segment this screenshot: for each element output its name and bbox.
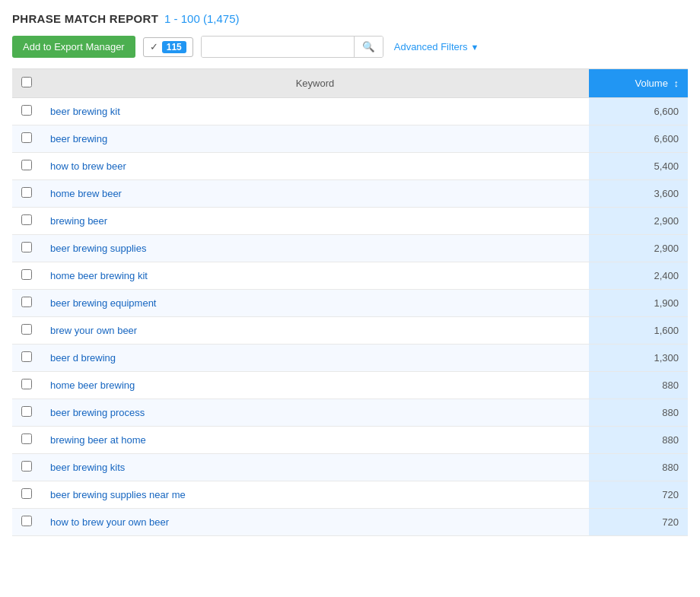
row-checkbox[interactable]	[21, 406, 32, 417]
row-volume: 880	[589, 372, 688, 399]
row-volume: 1,300	[589, 345, 688, 372]
table-row: brewing beer at home880	[12, 427, 688, 454]
table-row: beer brewing kits880	[12, 454, 688, 481]
row-keyword: brewing beer	[41, 208, 589, 235]
row-checkbox[interactable]	[21, 488, 32, 499]
page-header: PHRASE MATCH REPORT 1 - 100 (1,475)	[12, 12, 688, 25]
row-checkbox[interactable]	[21, 242, 32, 252]
keyword-link[interactable]: how to brew your own beer	[50, 516, 169, 528]
row-checkbox[interactable]	[21, 516, 32, 526]
row-volume: 1,900	[589, 290, 688, 317]
table-row: beer brewing supplies near me720	[12, 481, 688, 509]
keyword-link[interactable]: beer brewing kit	[50, 106, 120, 117]
row-keyword: brew your own beer	[41, 317, 589, 345]
row-volume: 1,600	[589, 317, 688, 345]
header-keyword: Keyword	[41, 69, 589, 98]
row-checkbox[interactable]	[21, 214, 32, 225]
row-checkbox-cell	[12, 153, 41, 180]
keyword-link[interactable]: brew your own beer	[50, 325, 137, 336]
row-volume: 2,400	[589, 262, 688, 290]
search-input[interactable]	[202, 37, 354, 57]
row-keyword: how to brew beer	[41, 153, 589, 180]
page-range: 1 - 100 (1,475)	[164, 12, 239, 25]
row-keyword: beer brewing equipment	[41, 290, 589, 317]
toolbar: Add to Export Manager ✓ 115 🔍 Advanced F…	[12, 36, 688, 58]
row-volume: 720	[589, 509, 688, 536]
badge-container[interactable]: ✓ 115	[143, 37, 193, 57]
keyword-link[interactable]: home beer brewing kit	[50, 270, 148, 281]
keyword-link[interactable]: how to brew beer	[50, 160, 126, 172]
row-volume: 6,600	[589, 125, 688, 153]
row-checkbox[interactable]	[21, 187, 32, 198]
table-header-row: Keyword Volume ↕	[12, 69, 688, 98]
row-checkbox[interactable]	[21, 297, 32, 307]
search-button[interactable]: 🔍	[354, 37, 383, 57]
badge-count: 115	[162, 41, 186, 53]
row-checkbox[interactable]	[21, 433, 32, 444]
row-checkbox[interactable]	[21, 351, 32, 362]
advanced-filters[interactable]: Advanced Filters ▼	[394, 41, 479, 52]
keyword-link[interactable]: beer brewing supplies	[50, 243, 146, 254]
row-checkbox-cell	[12, 235, 41, 262]
keyword-link[interactable]: beer d brewing	[50, 352, 116, 364]
keyword-link[interactable]: beer brewing kits	[50, 462, 125, 473]
row-checkbox[interactable]	[21, 132, 32, 143]
check-icon: ✓	[150, 41, 158, 52]
results-table: Keyword Volume ↕ beer brewing kit6,600be…	[12, 68, 688, 536]
row-checkbox[interactable]	[21, 160, 32, 170]
row-keyword: home brew beer	[41, 180, 589, 208]
table-row: brewing beer2,900	[12, 208, 688, 235]
table-row: home beer brewing kit2,400	[12, 262, 688, 290]
keyword-link[interactable]: beer brewing process	[50, 407, 145, 418]
keyword-link[interactable]: beer brewing supplies near me	[50, 489, 186, 500]
table-row: how to brew your own beer720	[12, 509, 688, 536]
keyword-link[interactable]: beer brewing	[50, 133, 107, 144]
row-volume: 880	[589, 454, 688, 481]
row-checkbox-cell	[12, 317, 41, 345]
advanced-filters-label: Advanced Filters	[394, 41, 468, 52]
row-volume: 880	[589, 399, 688, 427]
table-row: beer d brewing1,300	[12, 345, 688, 372]
row-checkbox-cell	[12, 427, 41, 454]
chevron-down-icon: ▼	[471, 43, 479, 52]
header-volume[interactable]: Volume ↕	[589, 69, 688, 98]
keyword-link[interactable]: home beer brewing	[50, 379, 135, 391]
keyword-link[interactable]: brewing beer	[50, 215, 107, 227]
row-volume: 2,900	[589, 208, 688, 235]
keyword-link[interactable]: beer brewing equipment	[50, 297, 156, 309]
row-keyword: beer brewing supplies near me	[41, 481, 589, 509]
table-row: how to brew beer5,400	[12, 153, 688, 180]
select-all-checkbox[interactable]	[21, 77, 32, 87]
row-keyword: beer d brewing	[41, 345, 589, 372]
row-checkbox-cell	[12, 125, 41, 153]
row-checkbox-cell	[12, 509, 41, 536]
row-volume: 880	[589, 427, 688, 454]
row-checkbox[interactable]	[21, 461, 32, 472]
row-checkbox-cell	[12, 481, 41, 509]
header-checkbox-cell	[12, 69, 41, 98]
table-row: home brew beer3,600	[12, 180, 688, 208]
row-checkbox-cell	[12, 98, 41, 125]
table-row: brew your own beer1,600	[12, 317, 688, 345]
row-keyword: beer brewing process	[41, 399, 589, 427]
row-keyword: home beer brewing	[41, 372, 589, 399]
row-volume: 3,600	[589, 180, 688, 208]
row-checkbox-cell	[12, 345, 41, 372]
keyword-link[interactable]: home brew beer	[50, 188, 122, 199]
row-checkbox-cell	[12, 454, 41, 481]
row-checkbox[interactable]	[21, 379, 32, 389]
export-button[interactable]: Add to Export Manager	[12, 36, 135, 58]
row-checkbox[interactable]	[21, 324, 32, 335]
keyword-link[interactable]: brewing beer at home	[50, 434, 146, 446]
row-checkbox-cell	[12, 208, 41, 235]
row-volume: 720	[589, 481, 688, 509]
row-keyword: beer brewing kit	[41, 98, 589, 125]
row-checkbox-cell	[12, 399, 41, 427]
row-volume: 2,900	[589, 235, 688, 262]
row-checkbox-cell	[12, 262, 41, 290]
row-keyword: home beer brewing kit	[41, 262, 589, 290]
row-checkbox[interactable]	[21, 105, 32, 116]
table-row: beer brewing equipment1,900	[12, 290, 688, 317]
row-checkbox[interactable]	[21, 269, 32, 280]
row-keyword: brewing beer at home	[41, 427, 589, 454]
